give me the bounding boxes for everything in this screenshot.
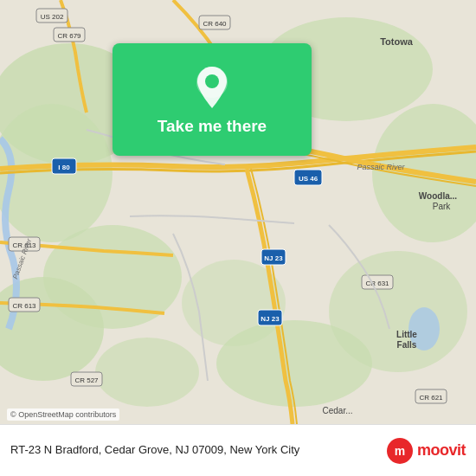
- location-pin-icon: [191, 63, 233, 112]
- osm-attribution: © OpenStreetMap contributors: [7, 408, 119, 421]
- svg-text:NJ 23: NJ 23: [264, 254, 283, 262]
- svg-text:Falls: Falls: [397, 340, 417, 350]
- svg-text:Park: Park: [433, 202, 452, 211]
- bottom-bar: RT-23 N Bradford, Cedar Grove, NJ 07009,…: [0, 424, 476, 476]
- svg-text:Totowa: Totowa: [380, 36, 414, 47]
- svg-text:CR 640: CR 640: [203, 20, 227, 28]
- take-me-there-label: Take me there: [158, 117, 267, 136]
- svg-text:CR 527: CR 527: [74, 376, 99, 384]
- svg-text:US 202: US 202: [41, 13, 64, 21]
- map-container: US 46 I 80 NJ 23 NJ 23 CR 679 CR 640 CR …: [0, 0, 476, 424]
- svg-text:Woodla...: Woodla...: [419, 191, 457, 201]
- address-text: RT-23 N Bradford, Cedar Grove, NJ 07009,…: [10, 442, 386, 458]
- osm-text: © OpenStreetMap contributors: [10, 410, 116, 419]
- moovit-wordmark: moovit: [417, 441, 466, 460]
- svg-text:Passaic River: Passaic River: [357, 163, 405, 171]
- take-me-there-button[interactable]: Take me there: [113, 43, 312, 156]
- svg-text:US 46: US 46: [299, 175, 318, 183]
- svg-text:CR 679: CR 679: [57, 32, 81, 40]
- svg-text:I 80: I 80: [58, 164, 70, 171]
- svg-text:CR 613: CR 613: [12, 302, 36, 310]
- svg-point-45: [205, 74, 219, 88]
- svg-text:m: m: [395, 444, 405, 458]
- svg-point-9: [95, 338, 199, 407]
- moovit-logo: m moovit: [386, 437, 466, 465]
- svg-text:CR 621: CR 621: [419, 394, 443, 402]
- svg-text:CR 631: CR 631: [365, 280, 389, 287]
- moovit-icon: m: [386, 437, 414, 465]
- svg-text:Cedar...: Cedar...: [322, 406, 352, 415]
- svg-text:NJ 23: NJ 23: [261, 315, 280, 323]
- svg-text:Little: Little: [396, 330, 417, 339]
